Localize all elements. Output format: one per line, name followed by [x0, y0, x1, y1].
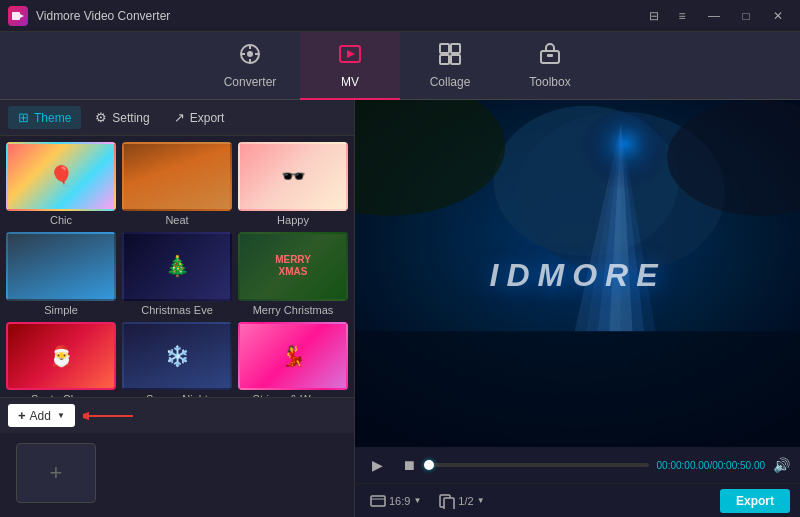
theme-thumb-merry-christmas: MERRYXMAS: [238, 232, 348, 301]
tab-mv[interactable]: MV: [300, 32, 400, 100]
preview-area: IDMORE: [355, 100, 800, 447]
theme-item-happy[interactable]: 🕶️ Happy: [238, 142, 348, 226]
page-icon: [439, 493, 455, 509]
theme-thumb-chic: 🎈: [6, 142, 116, 211]
sub-tab-setting-label: Setting: [112, 111, 149, 125]
theme-thumb-santa-claus: 🎅: [6, 322, 116, 391]
add-media-icon: +: [50, 460, 63, 486]
sub-tab-theme[interactable]: ⊞ Theme: [8, 106, 81, 129]
main-content: ⊞ Theme ⚙ Setting ↗ Export 🎈 Chic: [0, 100, 800, 517]
aspect-ratio-button[interactable]: 16:9 ▼: [365, 490, 426, 512]
theme-label-simple: Simple: [44, 304, 78, 316]
theme-item-simple[interactable]: Simple: [6, 232, 116, 316]
preview-image: IDMORE: [355, 100, 800, 447]
theme-thumb-snowy-night: ❄️: [122, 322, 232, 391]
add-arrow-annotation: [83, 406, 143, 426]
svg-marker-9: [347, 50, 355, 58]
mv-icon: [337, 41, 363, 71]
page-button[interactable]: 1/2 ▼: [434, 490, 489, 512]
minimize-button[interactable]: —: [700, 6, 728, 26]
page-label: 1/2: [458, 495, 473, 507]
svg-rect-32: [444, 498, 454, 509]
sub-tab-theme-label: Theme: [34, 111, 71, 125]
sub-tab-export-label: Export: [190, 111, 225, 125]
bottom-controls: 16:9 ▼ 1/2 ▼ Export: [355, 483, 800, 517]
window-controls: — □ ✕: [700, 6, 792, 26]
progress-dot: [424, 460, 434, 470]
close-button[interactable]: ✕: [764, 6, 792, 26]
theme-thumb-stripes-waves: 💃: [238, 322, 348, 391]
preview-watermark-text: IDMORE: [490, 257, 666, 293]
add-placeholder-area: +: [0, 433, 354, 517]
svg-rect-13: [451, 55, 460, 64]
theme-label-chic: Chic: [50, 214, 72, 226]
tab-converter-label: Converter: [224, 75, 277, 89]
aspect-ratio-label: 16:9: [389, 495, 410, 507]
tab-toolbox-label: Toolbox: [529, 75, 570, 89]
left-panel: ⊞ Theme ⚙ Setting ↗ Export 🎈 Chic: [0, 100, 355, 517]
theme-item-snowy-night[interactable]: ❄️ Snowy Night: [122, 322, 232, 398]
right-panel: IDMORE ▶ ⏹ 00:00:00.00/00:00:50.00 🔊: [355, 100, 800, 517]
aspect-ratio-arrow: ▼: [413, 496, 421, 505]
toolbox-icon: [537, 41, 563, 71]
theme-thumb-happy: 🕶️: [238, 142, 348, 211]
theme-item-neat[interactable]: Neat: [122, 142, 232, 226]
titlebar: Vidmore Video Converter ⊟ ≡ — □ ✕: [0, 0, 800, 32]
progress-bar[interactable]: [429, 463, 649, 467]
nav-bar: Converter MV Collage: [0, 32, 800, 100]
sub-tabs: ⊞ Theme ⚙ Setting ↗ Export: [0, 100, 354, 136]
svg-rect-15: [547, 54, 553, 57]
maximize-button[interactable]: □: [732, 6, 760, 26]
app-logo: [8, 6, 28, 26]
time-display: 00:00:00.00/00:00:50.00: [657, 460, 765, 471]
theme-item-christmas-eve[interactable]: 🎄 Christmas Eve: [122, 232, 232, 316]
svg-rect-0: [12, 12, 20, 20]
theme-thumb-christmas-eve: 🎄: [122, 232, 232, 301]
tab-mv-label: MV: [341, 75, 359, 89]
add-button[interactable]: + Add ▼: [8, 404, 75, 427]
player-controls: ▶ ⏹ 00:00:00.00/00:00:50.00 🔊: [355, 447, 800, 483]
converter-icon: [237, 41, 263, 71]
svg-rect-28: [355, 331, 800, 447]
collage-icon: [437, 41, 463, 71]
svg-point-25: [575, 112, 668, 205]
theme-item-santa-claus[interactable]: 🎅 Santa Claus: [6, 322, 116, 398]
tab-toolbox[interactable]: Toolbox: [500, 32, 600, 100]
tab-collage-label: Collage: [430, 75, 471, 89]
svg-rect-11: [451, 44, 460, 53]
sub-tab-export[interactable]: ↗ Export: [164, 106, 235, 129]
aspect-ratio-icon: [370, 493, 386, 509]
theme-thumb-neat: [122, 142, 232, 211]
app-title: Vidmore Video Converter: [36, 9, 644, 23]
tab-converter[interactable]: Converter: [200, 32, 300, 100]
preview-watermark: IDMORE: [490, 253, 666, 295]
svg-point-3: [247, 51, 253, 57]
titlebar-menu-icon[interactable]: ⊟: [644, 6, 664, 26]
theme-label-merry-christmas: Merry Christmas: [253, 304, 334, 316]
theme-item-chic[interactable]: 🎈 Chic: [6, 142, 116, 226]
add-media-placeholder[interactable]: +: [16, 443, 96, 503]
titlebar-icon-group: ⊟ ≡: [644, 6, 692, 26]
theme-label-christmas-eve: Christmas Eve: [141, 304, 213, 316]
bottom-toolbar: + Add ▼: [0, 397, 354, 433]
setting-tab-icon: ⚙: [95, 110, 107, 125]
theme-label-neat: Neat: [165, 214, 188, 226]
svg-rect-12: [440, 55, 449, 64]
stop-button[interactable]: ⏹: [397, 453, 421, 477]
svg-rect-10: [440, 44, 449, 53]
svg-rect-29: [371, 496, 385, 506]
time-total: 00:00:50.00: [712, 460, 765, 471]
tab-collage[interactable]: Collage: [400, 32, 500, 100]
theme-tab-icon: ⊞: [18, 110, 29, 125]
theme-thumb-simple: [6, 232, 116, 301]
theme-grid: 🎈 Chic Neat 🕶️ Happy: [0, 136, 354, 397]
theme-item-stripes-waves[interactable]: 💃 Stripes & Waves: [238, 322, 348, 398]
svg-marker-1: [20, 14, 24, 18]
titlebar-settings-icon[interactable]: ≡: [672, 6, 692, 26]
export-button[interactable]: Export: [720, 489, 790, 513]
export-tab-icon: ↗: [174, 110, 185, 125]
play-button[interactable]: ▶: [365, 453, 389, 477]
volume-icon[interactable]: 🔊: [773, 457, 790, 473]
theme-item-merry-christmas[interactable]: MERRYXMAS Merry Christmas: [238, 232, 348, 316]
sub-tab-setting[interactable]: ⚙ Setting: [85, 106, 159, 129]
